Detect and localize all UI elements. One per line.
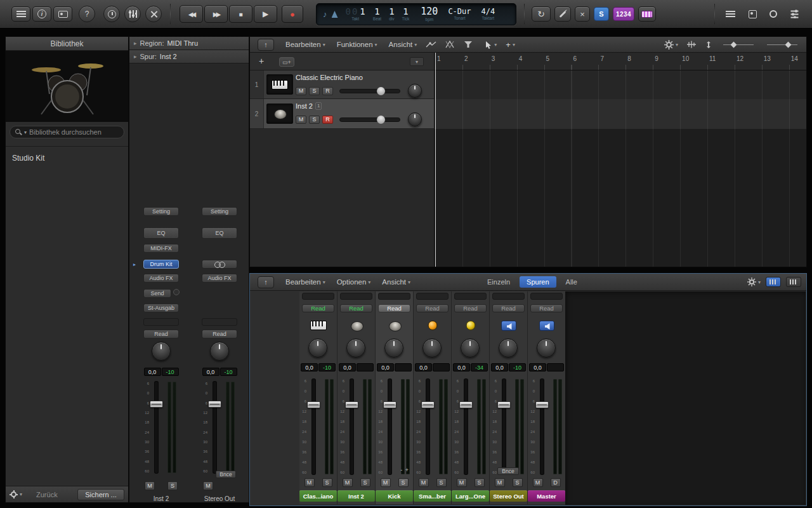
- fader-handle[interactable]: [208, 401, 221, 408]
- mixer-channel-strip[interactable]: Read 0,0 -34 60612182430364860 M S Larg.…: [452, 291, 489, 504]
- duplicate-track-button[interactable]: ▭+: [279, 57, 294, 67]
- fader-handle[interactable]: [150, 401, 163, 408]
- lcd-display[interactable]: ♪ 001 Takt 1 Beat 1 div 1 Tick: [316, 3, 516, 25]
- channel-name-tag[interactable]: Larg...One: [452, 490, 489, 502]
- automation-mode-button[interactable]: Read: [378, 304, 410, 312]
- wide-strips-toggle[interactable]: [786, 277, 801, 287]
- quick-help-button[interactable]: [53, 6, 72, 22]
- autopunch-button[interactable]: [554, 6, 571, 22]
- track-sort-menu[interactable]: ▾: [410, 57, 424, 66]
- midi-fx-button[interactable]: MIDI-FX: [143, 244, 179, 253]
- volume-display[interactable]: 0,0: [339, 363, 356, 371]
- track-name[interactable]: Inst 21: [296, 102, 434, 110]
- mute-button[interactable]: M: [495, 478, 505, 487]
- mute-button[interactable]: M: [457, 478, 467, 487]
- send-knob[interactable]: [173, 289, 180, 295]
- pan-knob[interactable]: [461, 338, 480, 358]
- position-bar[interactable]: 001 Takt: [346, 7, 365, 22]
- automation-mode-button[interactable]: Read: [454, 304, 487, 312]
- fader-handle[interactable]: [421, 401, 435, 408]
- track-name[interactable]: Classic Electric Piano: [296, 74, 434, 81]
- fader-handle[interactable]: [383, 401, 396, 408]
- add-track-button[interactable]: +: [259, 56, 264, 66]
- eq-button[interactable]: EQ: [143, 227, 179, 239]
- library-search[interactable]: ▾: [10, 126, 124, 138]
- stereo-format-button[interactable]: [202, 260, 237, 269]
- browser-button[interactable]: [786, 6, 802, 22]
- menu-ansicht[interactable]: Ansicht▾: [382, 278, 410, 286]
- library-item-studio-kit[interactable]: Studio Kit: [6, 151, 128, 165]
- record-enable-button[interactable]: R: [322, 116, 333, 124]
- mixer-channel-strip[interactable]: Read 0,0 60612182430364860 - + M S Kick: [376, 291, 413, 504]
- solo-button[interactable]: S: [167, 481, 178, 490]
- group-slot[interactable]: [492, 293, 525, 300]
- meter-range-control[interactable]: - +: [400, 467, 409, 473]
- volume-slider[interactable]: [339, 117, 400, 122]
- hide-window-controls-button[interactable]: ↑: [258, 39, 274, 51]
- channel-name-tag[interactable]: Inst 2: [337, 490, 375, 502]
- automation-mode-button[interactable]: Read: [143, 330, 179, 338]
- gear-icon[interactable]: [10, 490, 18, 498]
- fader-handle[interactable]: [345, 401, 358, 408]
- key-display[interactable]: C-Dur Tonart: [448, 8, 471, 21]
- track-lane[interactable]: [435, 70, 806, 99]
- save-button[interactable]: Sichern ...: [77, 489, 124, 500]
- mute-button[interactable]: M: [145, 481, 155, 490]
- send-slot-button[interactable]: Send: [143, 289, 171, 298]
- group-slot[interactable]: [378, 293, 410, 300]
- channel-name-tag[interactable]: Kick: [376, 490, 413, 502]
- pan-knob[interactable]: [408, 84, 422, 98]
- mixer-channel-strip[interactable]: Read 0,0 60612182430364860 M D Master: [528, 291, 565, 504]
- record-button[interactable]: ●: [282, 5, 303, 23]
- mixer-tab-einzeln[interactable]: Einzeln: [480, 276, 517, 288]
- flex-button[interactable]: [464, 41, 473, 48]
- menu-bearbeiten[interactable]: Bearbeiten▾: [285, 41, 325, 48]
- audio-fx-button[interactable]: Audio FX: [202, 274, 237, 283]
- volume-display[interactable]: 0,0: [453, 363, 470, 371]
- menu-optionen[interactable]: Optionen▾: [337, 278, 371, 286]
- waveform-zoom-button[interactable]: [686, 41, 697, 48]
- volume-display[interactable]: 0,0: [491, 363, 508, 371]
- audio-fx-button[interactable]: Audio FX: [143, 274, 179, 283]
- tempo-display[interactable]: 120 bpm: [421, 7, 438, 22]
- automation-mode-button[interactable]: Read: [202, 330, 237, 338]
- solo-button[interactable]: S: [513, 478, 523, 487]
- volume-display[interactable]: 0,0: [529, 363, 546, 371]
- mixer-tab-alle[interactable]: Alle: [559, 276, 584, 288]
- mixer-channel-strip[interactable]: Read 0,0 60612182430364860 M S Inst 2: [337, 291, 375, 504]
- setting-button[interactable]: Setting: [143, 207, 179, 216]
- track-header-row[interactable]: 1 Classic Electric Piano M S R: [250, 70, 434, 99]
- volume-display[interactable]: 0,0: [377, 363, 394, 371]
- play-button[interactable]: ▶: [254, 5, 277, 23]
- mute-button[interactable]: M: [296, 87, 306, 95]
- group-slot[interactable]: [143, 318, 179, 326]
- count-in-toggle-button[interactable]: [103, 6, 120, 22]
- record-enable-button[interactable]: R: [322, 87, 333, 95]
- group-slot[interactable]: [416, 293, 449, 300]
- pan-knob[interactable]: [537, 338, 556, 358]
- pan-knob[interactable]: [152, 342, 171, 361]
- track-lane[interactable]: [435, 99, 806, 129]
- volume-slider-handle[interactable]: [377, 87, 385, 95]
- track-header-row[interactable]: 2 Inst 21 M S R: [250, 99, 434, 129]
- menu-bearbeiten[interactable]: Bearbeiten▾: [285, 278, 325, 286]
- playhead[interactable]: [435, 53, 436, 267]
- output-button[interactable]: St-Ausgab: [143, 304, 179, 312]
- group-slot[interactable]: [202, 318, 237, 326]
- automation-mode-button[interactable]: Read: [530, 304, 563, 312]
- bounce-button[interactable]: Bnce: [497, 467, 519, 475]
- mixer-settings-button[interactable]: ▾: [747, 277, 761, 286]
- zoom-slider-handle[interactable]: [785, 41, 792, 48]
- bar-ruler[interactable]: 1234567891011121314: [435, 53, 806, 70]
- solo-button[interactable]: S: [309, 87, 320, 95]
- secondary-tool-menu[interactable]: + ▾: [506, 40, 515, 50]
- pan-knob[interactable]: [308, 338, 327, 358]
- mute-button[interactable]: M: [304, 478, 315, 487]
- position-display[interactable]: 001 Takt 1 Beat 1 div 1 Tick: [346, 7, 410, 22]
- volume-slider-handle[interactable]: [377, 116, 385, 124]
- solo-button[interactable]: S: [398, 478, 409, 487]
- rewind-button[interactable]: ◀◀: [180, 5, 203, 23]
- fader-handle[interactable]: [535, 401, 549, 408]
- timeline-grid[interactable]: [435, 70, 806, 267]
- automation-mode-button[interactable]: Read: [302, 304, 334, 312]
